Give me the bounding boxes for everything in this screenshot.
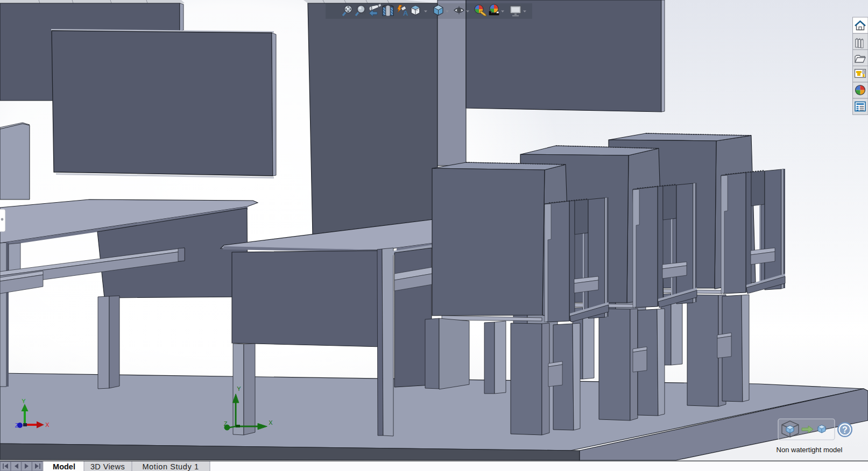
svg-text:Motion Study 1: Motion Study 1	[142, 462, 199, 471]
svg-text:A: A	[403, 9, 408, 17]
svg-text:Z: Z	[224, 420, 228, 427]
svg-text:Model: Model	[53, 462, 75, 471]
svg-text:Y: Y	[237, 386, 241, 392]
svg-text:3D Views: 3D Views	[90, 462, 125, 471]
svg-text:?: ?	[842, 425, 848, 434]
svg-text:X: X	[269, 419, 273, 426]
svg-text:Non watertight model: Non watertight model	[777, 446, 843, 454]
svg-text:X: X	[45, 422, 50, 428]
svg-text:Y: Y	[22, 398, 26, 404]
svg-text:Z: Z	[15, 422, 19, 429]
